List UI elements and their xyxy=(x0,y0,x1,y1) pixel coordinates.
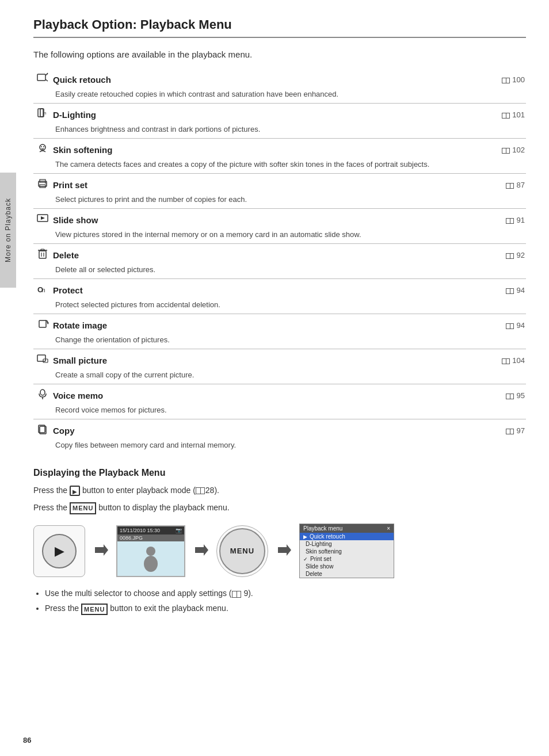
menu-row-main-4: Slide show 91 xyxy=(33,209,526,229)
menu-label-0: Quick retouch xyxy=(52,68,387,89)
svg-text:n: n xyxy=(44,110,46,116)
svg-marker-14 xyxy=(41,216,45,220)
menu-label-9: Voice memo xyxy=(52,384,387,404)
menu-ref-2: 102 xyxy=(387,139,526,159)
bullet-item-2: Press the MENU button to exit the playba… xyxy=(45,602,526,615)
pm-item-4: Slide show xyxy=(300,563,394,570)
svg-rect-22 xyxy=(39,320,46,327)
menu-desc-1: Enhances brightness and contrast in dark… xyxy=(33,124,526,139)
page-number: 86 xyxy=(23,736,31,744)
pm-item-2: Skin softening xyxy=(300,548,394,555)
play-icon: ▶ xyxy=(55,544,64,559)
svg-rect-15 xyxy=(39,251,46,258)
menu-row-desc-8: Create a small copy of the current pictu… xyxy=(33,369,526,384)
menu-label-5: Delete xyxy=(52,244,387,264)
menu-row-desc-5: Delete all or selected pictures. xyxy=(33,264,526,279)
display-line1: Press the button to enter playback mode … xyxy=(33,484,526,497)
menu-row-desc-6: Protect selected pictures from accidenta… xyxy=(33,299,526,314)
menu-desc-8: Create a small copy of the current pictu… xyxy=(33,369,526,384)
menu-ref-9: 95 xyxy=(387,384,526,404)
menu-label-4: Slide show xyxy=(52,209,387,229)
playback-button-symbol xyxy=(70,486,80,496)
menu-symbol-2: MENU xyxy=(81,604,108,616)
rotate-image-icon xyxy=(33,314,52,334)
skin-softening-icon xyxy=(33,139,52,159)
bullet-list: Use the multi selector to choose and app… xyxy=(45,587,526,615)
svg-point-26 xyxy=(40,390,45,395)
voice-memo-icon xyxy=(33,384,52,404)
menu-label-10: Copy xyxy=(52,419,387,440)
small-picture-icon xyxy=(33,349,52,369)
book-icon-1 xyxy=(196,487,205,494)
menu-row-main-2: Skin softening 102 xyxy=(33,139,526,159)
camera-screen-illus: 15/11/2010 15:30 📷 0086.JPG 🔲 ◀▶ 4/ xyxy=(116,525,185,577)
intro-text: The following options are available in t… xyxy=(33,49,526,59)
svg-marker-33 xyxy=(195,544,208,556)
svg-rect-4 xyxy=(40,109,43,117)
menu-ref-7: 94 xyxy=(387,314,526,334)
main-content: Playback Option: Playback Menu The follo… xyxy=(16,0,549,756)
arrow-2 xyxy=(192,541,209,560)
display-line2: Press the MENU button to display the pla… xyxy=(33,501,526,514)
menu-desc-4: View pictures stored in the internal mem… xyxy=(33,229,526,244)
side-tab: More on Playback xyxy=(0,173,16,288)
delete-icon xyxy=(33,244,52,264)
menu-row-desc-10: Copy files between memory card and inter… xyxy=(33,440,526,454)
subsection-title: Displaying the Playback Menu xyxy=(33,468,526,478)
menu-row-desc-3: Select pictures to print and the number … xyxy=(33,194,526,209)
menu-row-main-7: Rotate image 94 xyxy=(33,314,526,334)
menu-desc-7: Change the orientation of pictures. xyxy=(33,334,526,349)
menu-desc-2: The camera detects faces and creates a c… xyxy=(33,159,526,174)
menu-ref-0: 100 xyxy=(387,68,526,89)
menu-btn-label: MENU xyxy=(219,528,265,574)
slide-show-icon xyxy=(33,209,52,229)
svg-point-7 xyxy=(41,146,42,147)
menu-row-main-1: nD-Lighting 101 xyxy=(33,104,526,124)
menu-desc-3: Select pictures to print and the number … xyxy=(33,194,526,209)
menu-row-desc-7: Change the orientation of pictures. xyxy=(33,334,526,349)
menu-row-desc-9: Record voice memos for pictures. xyxy=(33,404,526,419)
menu-row-main-10: Copy 97 xyxy=(33,419,526,440)
menu-ref-8: 104 xyxy=(387,349,526,369)
person-silhouette xyxy=(136,544,165,573)
menu-desc-6: Protect selected pictures from accidenta… xyxy=(33,299,526,314)
pm-item-1: D-Lighting xyxy=(300,540,394,548)
menu-row-main-0: Quick retouch 100 xyxy=(33,68,526,89)
svg-point-32 xyxy=(144,556,158,572)
menu-row-desc-0: Easily create retouched copies in which … xyxy=(33,89,526,104)
pm-item-5: Delete xyxy=(300,570,394,578)
d-lighting-icon: n xyxy=(33,104,52,124)
playback-menu-illus: Playback menu × ▶ Quick retouch D-Lighti… xyxy=(299,524,394,578)
menu-label-7: Rotate image xyxy=(52,314,387,334)
print-set-icon xyxy=(33,174,52,194)
menu-ref-3: 87 xyxy=(387,174,526,194)
menu-row-main-3: Print set 87 xyxy=(33,174,526,194)
menu-row-desc-4: View pictures stored in the internal mem… xyxy=(33,229,526,244)
menu-row-desc-2: The camera detects faces and creates a c… xyxy=(33,159,526,174)
menu-row-main-9: Voice memo 95 xyxy=(33,384,526,404)
pm-item-3: ✓ Print set xyxy=(300,555,394,563)
menu-ref-10: 97 xyxy=(387,419,526,440)
menu-label-1: D-Lighting xyxy=(52,104,387,124)
menu-ref-1: 101 xyxy=(387,104,526,124)
book-icon-bullet xyxy=(232,591,241,598)
bullet-item-1: Use the multi selector to choose and app… xyxy=(45,587,526,600)
menu-ref-4: 91 xyxy=(387,209,526,229)
menu-ref-5: 92 xyxy=(387,244,526,264)
svg-text:n: n xyxy=(42,287,45,293)
svg-point-31 xyxy=(146,547,155,556)
menu-table: Quick retouch 100Easily create retouched… xyxy=(33,68,526,454)
illustration-row: ▶ 15/11/2010 15:30 📷 0086.JPG xyxy=(33,524,526,578)
svg-rect-24 xyxy=(37,355,45,361)
menu-label-6: Protect xyxy=(52,279,387,299)
menu-row-desc-1: Enhances brightness and contrast in dark… xyxy=(33,124,526,139)
svg-rect-0 xyxy=(37,74,45,81)
menu-desc-5: Delete all or selected pictures. xyxy=(33,264,526,279)
pm-item-0: ▶ Quick retouch xyxy=(300,533,394,540)
arrow-3 xyxy=(275,541,292,560)
menu-row-main-5: Delete 92 xyxy=(33,244,526,264)
quick-retouch-icon xyxy=(33,68,52,89)
protect-icon: On xyxy=(33,279,52,299)
menu-desc-0: Easily create retouched copies in which … xyxy=(33,89,526,104)
camera-button-illus: ▶ xyxy=(33,525,85,577)
